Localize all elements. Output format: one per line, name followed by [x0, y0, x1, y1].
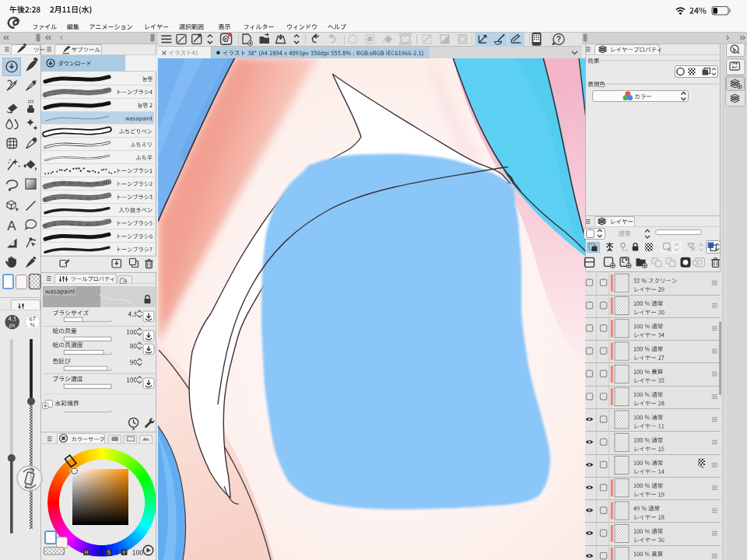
svg-text:?: ?: [556, 35, 561, 44]
svg-text:A: A: [7, 219, 16, 233]
